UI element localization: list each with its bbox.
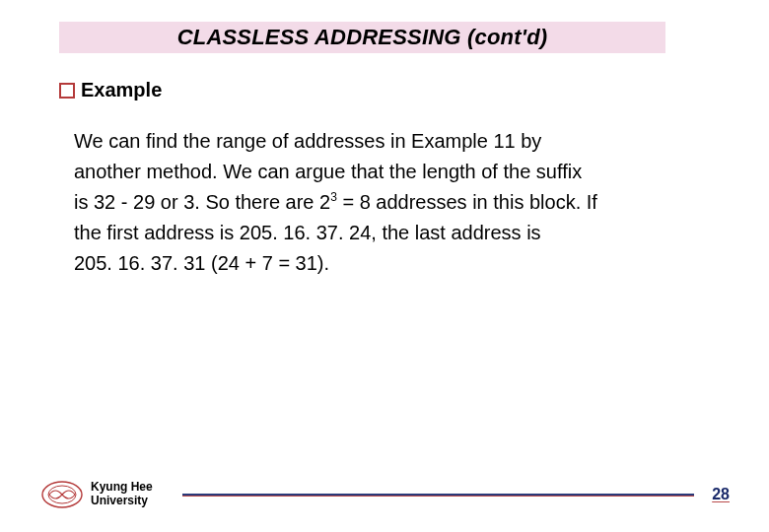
university-logo-icon (39, 480, 85, 509)
slide-title: CLASSLESS ADDRESSING (cont'd) (177, 25, 548, 50)
bullet-icon (59, 83, 75, 99)
slide: CLASSLESS ADDRESSING (cont'd) Example We… (0, 0, 769, 532)
footer-divider (182, 494, 695, 497)
section-label: Example (81, 79, 162, 101)
body-line: 205. 16. 37. 31 (24 + 7 = 31). (74, 252, 329, 274)
university-line2: University (91, 495, 153, 508)
university-line1: Kyung Hee (91, 481, 153, 495)
title-bar: CLASSLESS ADDRESSING (cont'd) (59, 22, 665, 53)
section-heading: Example (59, 79, 162, 101)
footer: Kyung Hee University 28 (39, 475, 730, 514)
body-line: We can find the range of addresses in Ex… (74, 130, 541, 152)
body-line: is 32 - 29 or 3. So there are 2 (74, 191, 330, 213)
body-line: another method. We can argue that the le… (74, 161, 582, 182)
body-line: = 8 addresses in this block. If (337, 191, 597, 213)
body-paragraph: We can find the range of addresses in Ex… (74, 126, 685, 279)
exponent: 3 (330, 190, 337, 204)
university-name: Kyung Hee University (91, 481, 153, 508)
body-line: the first address is 205. 16. 37. 24, th… (74, 222, 541, 243)
page-number: 28 (712, 486, 730, 503)
